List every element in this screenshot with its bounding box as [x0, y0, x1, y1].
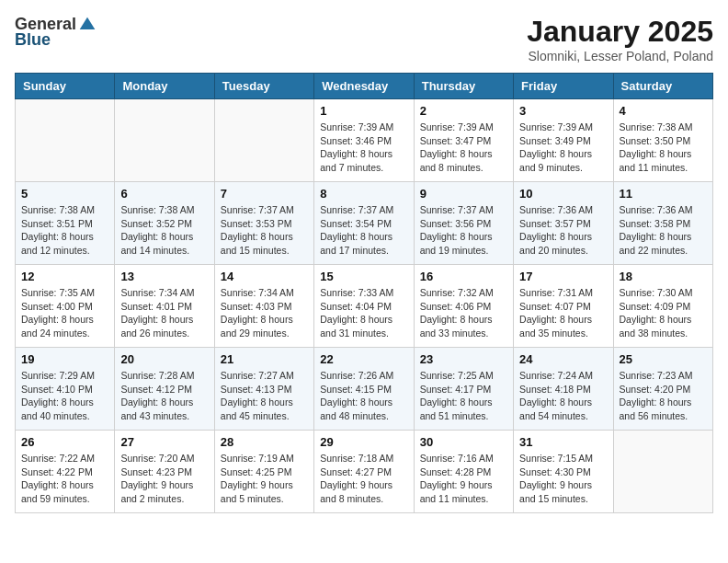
day-number: 7 — [221, 187, 308, 201]
calendar-cell: 24Sunrise: 7:24 AM Sunset: 4:18 PM Dayli… — [514, 348, 613, 431]
calendar-cell — [613, 431, 712, 513]
cell-content: Sunrise: 7:32 AM Sunset: 4:06 PM Dayligh… — [420, 286, 507, 340]
day-number: 21 — [221, 352, 308, 366]
calendar-cell: 12Sunrise: 7:35 AM Sunset: 4:00 PM Dayli… — [16, 265, 115, 348]
calendar-week-row: 5Sunrise: 7:38 AM Sunset: 3:51 PM Daylig… — [16, 182, 713, 265]
col-header-tuesday: Tuesday — [214, 74, 313, 99]
calendar-cell: 31Sunrise: 7:15 AM Sunset: 4:30 PM Dayli… — [514, 431, 613, 513]
cell-content: Sunrise: 7:26 AM Sunset: 4:15 PM Dayligh… — [320, 369, 407, 423]
cell-content: Sunrise: 7:39 AM Sunset: 3:46 PM Dayligh… — [320, 121, 407, 175]
calendar-cell: 26Sunrise: 7:22 AM Sunset: 4:22 PM Dayli… — [16, 431, 115, 513]
calendar-week-row: 12Sunrise: 7:35 AM Sunset: 4:00 PM Dayli… — [16, 265, 713, 348]
cell-content: Sunrise: 7:22 AM Sunset: 4:22 PM Dayligh… — [21, 452, 108, 506]
day-number: 9 — [420, 187, 507, 201]
cell-content: Sunrise: 7:36 AM Sunset: 3:57 PM Dayligh… — [519, 203, 607, 258]
col-header-thursday: Thursday — [414, 74, 513, 99]
calendar-week-row: 26Sunrise: 7:22 AM Sunset: 4:22 PM Dayli… — [16, 431, 713, 513]
calendar-cell: 3Sunrise: 7:39 AM Sunset: 3:49 PM Daylig… — [514, 99, 613, 182]
calendar-cell: 29Sunrise: 7:18 AM Sunset: 4:27 PM Dayli… — [314, 431, 414, 513]
calendar-cell: 28Sunrise: 7:19 AM Sunset: 4:25 PM Dayli… — [214, 431, 313, 513]
calendar-cell — [115, 99, 214, 182]
col-header-sunday: Sunday — [16, 74, 115, 99]
calendar-cell — [16, 99, 115, 182]
cell-content: Sunrise: 7:38 AM Sunset: 3:51 PM Dayligh… — [21, 203, 108, 258]
day-number: 1 — [320, 104, 407, 118]
day-number: 14 — [221, 270, 308, 283]
calendar-cell: 16Sunrise: 7:32 AM Sunset: 4:06 PM Dayli… — [414, 265, 513, 348]
day-number: 25 — [620, 352, 707, 366]
calendar-cell: 27Sunrise: 7:20 AM Sunset: 4:23 PM Dayli… — [115, 431, 214, 513]
day-number: 6 — [120, 187, 208, 201]
cell-content: Sunrise: 7:33 AM Sunset: 4:04 PM Dayligh… — [320, 286, 407, 340]
col-header-friday: Friday — [514, 74, 613, 99]
day-number: 28 — [221, 435, 308, 449]
cell-content: Sunrise: 7:39 AM Sunset: 3:47 PM Dayligh… — [420, 121, 507, 175]
cell-content: Sunrise: 7:25 AM Sunset: 4:17 PM Dayligh… — [420, 369, 507, 423]
day-number: 18 — [620, 270, 707, 283]
calendar-cell: 25Sunrise: 7:23 AM Sunset: 4:20 PM Dayli… — [613, 348, 712, 431]
cell-content: Sunrise: 7:34 AM Sunset: 4:01 PM Dayligh… — [120, 286, 208, 340]
cell-content: Sunrise: 7:15 AM Sunset: 4:30 PM Dayligh… — [519, 452, 607, 506]
location-subtitle: Slomniki, Lesser Poland, Poland — [527, 49, 713, 63]
cell-content: Sunrise: 7:29 AM Sunset: 4:10 PM Dayligh… — [21, 369, 108, 423]
cell-content: Sunrise: 7:38 AM Sunset: 3:52 PM Dayligh… — [120, 203, 208, 258]
cell-content: Sunrise: 7:37 AM Sunset: 3:53 PM Dayligh… — [221, 203, 308, 258]
day-number: 27 — [120, 435, 208, 449]
day-number: 19 — [21, 352, 108, 366]
calendar-cell: 6Sunrise: 7:38 AM Sunset: 3:52 PM Daylig… — [115, 182, 214, 265]
day-number: 31 — [519, 435, 607, 449]
calendar-cell: 8Sunrise: 7:37 AM Sunset: 3:54 PM Daylig… — [314, 182, 414, 265]
day-number: 16 — [420, 270, 507, 283]
calendar-cell: 7Sunrise: 7:37 AM Sunset: 3:53 PM Daylig… — [214, 182, 313, 265]
svg-marker-0 — [80, 17, 96, 29]
day-number: 30 — [420, 435, 507, 449]
calendar-week-row: 1Sunrise: 7:39 AM Sunset: 3:46 PM Daylig… — [16, 99, 713, 182]
day-number: 2 — [420, 104, 507, 118]
calendar-cell — [214, 99, 313, 182]
logo: General Blue — [15, 15, 97, 50]
day-number: 12 — [21, 270, 108, 283]
calendar-cell: 18Sunrise: 7:30 AM Sunset: 4:09 PM Dayli… — [613, 265, 712, 348]
cell-content: Sunrise: 7:37 AM Sunset: 3:54 PM Dayligh… — [320, 203, 407, 258]
calendar-cell: 1Sunrise: 7:39 AM Sunset: 3:46 PM Daylig… — [314, 99, 414, 182]
cell-content: Sunrise: 7:27 AM Sunset: 4:13 PM Dayligh… — [221, 369, 308, 423]
cell-content: Sunrise: 7:19 AM Sunset: 4:25 PM Dayligh… — [221, 452, 308, 506]
cell-content: Sunrise: 7:31 AM Sunset: 4:07 PM Dayligh… — [519, 286, 607, 340]
col-header-wednesday: Wednesday — [314, 74, 414, 99]
calendar-cell: 20Sunrise: 7:28 AM Sunset: 4:12 PM Dayli… — [115, 348, 214, 431]
day-number: 24 — [519, 352, 607, 366]
calendar-cell: 17Sunrise: 7:31 AM Sunset: 4:07 PM Dayli… — [514, 265, 613, 348]
day-number: 10 — [519, 187, 607, 201]
cell-content: Sunrise: 7:34 AM Sunset: 4:03 PM Dayligh… — [221, 286, 308, 340]
day-number: 22 — [320, 352, 407, 366]
calendar-cell: 9Sunrise: 7:37 AM Sunset: 3:56 PM Daylig… — [414, 182, 513, 265]
day-number: 8 — [320, 187, 407, 201]
cell-content: Sunrise: 7:37 AM Sunset: 3:56 PM Dayligh… — [420, 203, 507, 258]
cell-content: Sunrise: 7:36 AM Sunset: 3:58 PM Dayligh… — [620, 203, 707, 258]
cell-content: Sunrise: 7:30 AM Sunset: 4:09 PM Dayligh… — [620, 286, 707, 340]
col-header-saturday: Saturday — [613, 74, 712, 99]
calendar-cell: 30Sunrise: 7:16 AM Sunset: 4:28 PM Dayli… — [414, 431, 513, 513]
calendar-cell: 22Sunrise: 7:26 AM Sunset: 4:15 PM Dayli… — [314, 348, 414, 431]
calendar-cell: 15Sunrise: 7:33 AM Sunset: 4:04 PM Dayli… — [314, 265, 414, 348]
day-number: 17 — [519, 270, 607, 283]
day-number: 3 — [519, 104, 607, 118]
cell-content: Sunrise: 7:24 AM Sunset: 4:18 PM Dayligh… — [519, 369, 607, 423]
day-number: 15 — [320, 270, 407, 283]
calendar-cell: 21Sunrise: 7:27 AM Sunset: 4:13 PM Dayli… — [214, 348, 313, 431]
day-number: 20 — [120, 352, 208, 366]
calendar-cell: 10Sunrise: 7:36 AM Sunset: 3:57 PM Dayli… — [514, 182, 613, 265]
cell-content: Sunrise: 7:38 AM Sunset: 3:50 PM Dayligh… — [620, 121, 707, 175]
cell-content: Sunrise: 7:16 AM Sunset: 4:28 PM Dayligh… — [420, 452, 507, 506]
calendar-header-row: SundayMondayTuesdayWednesdayThursdayFrid… — [16, 74, 713, 99]
day-number: 4 — [620, 104, 707, 118]
calendar-cell: 14Sunrise: 7:34 AM Sunset: 4:03 PM Dayli… — [214, 265, 313, 348]
title-section: January 2025 Slomniki, Lesser Poland, Po… — [527, 15, 713, 63]
month-title: January 2025 — [527, 15, 713, 49]
calendar-cell: 23Sunrise: 7:25 AM Sunset: 4:17 PM Dayli… — [414, 348, 513, 431]
cell-content: Sunrise: 7:20 AM Sunset: 4:23 PM Dayligh… — [120, 452, 208, 506]
day-number: 26 — [21, 435, 108, 449]
logo-icon — [78, 16, 97, 34]
calendar-cell: 4Sunrise: 7:38 AM Sunset: 3:50 PM Daylig… — [613, 99, 712, 182]
calendar-cell: 5Sunrise: 7:38 AM Sunset: 3:51 PM Daylig… — [16, 182, 115, 265]
